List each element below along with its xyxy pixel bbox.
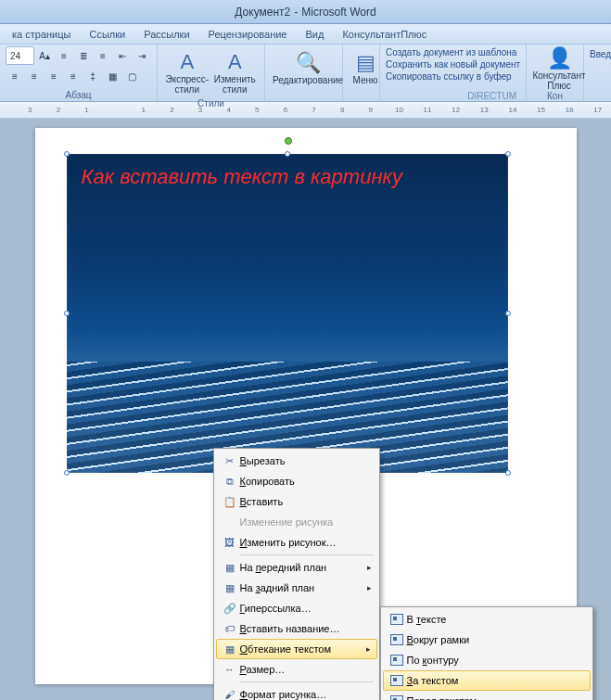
ruler-tick: 13 xyxy=(471,106,498,114)
menu-item: Изменение рисунка xyxy=(216,512,377,532)
tab-consultant[interactable]: КонсультантПлюс xyxy=(334,26,435,43)
edit-pic-icon: 🖼 xyxy=(220,535,240,550)
menu-item[interactable]: Перед текстом xyxy=(383,691,591,700)
wrap-option-icon xyxy=(387,612,407,627)
menu-icon: ▤ xyxy=(356,51,376,75)
justify-button[interactable]: ≡ xyxy=(64,67,83,85)
context-menu: ✂Вырезать⧉Копировать📋ВставитьИзменение р… xyxy=(213,448,380,700)
ruler-tick: 4 xyxy=(215,106,242,114)
grow-font-button[interactable]: A▴ xyxy=(35,46,54,65)
align-center-button[interactable]: ≡ xyxy=(25,67,44,85)
menu-item-label: Обтекание текстом xyxy=(240,643,332,655)
wrap-option-icon xyxy=(387,653,407,668)
menu-item[interactable]: ▦На передний план xyxy=(216,557,377,578)
copy-icon: ⧉ xyxy=(220,474,240,489)
ruler-tick: 17 xyxy=(585,106,612,114)
resize-handle-sw[interactable] xyxy=(64,470,70,476)
menu-item-label: За текстом xyxy=(407,675,459,686)
horizontal-ruler[interactable]: 3211234567891011121314151617 xyxy=(0,102,611,119)
document-area[interactable]: Как вставить текст в картинку ✂Вырезать⧉… xyxy=(0,119,611,700)
consultant-button[interactable]: 👤 Консультант Плюс xyxy=(532,46,586,91)
menu-item-label: Формат рисунка… xyxy=(240,689,327,700)
multilist-button[interactable]: ≡ xyxy=(94,46,112,65)
menu-button[interactable]: ▤ Меню xyxy=(349,46,382,90)
menu-item[interactable]: 🖼Изменить рисунок… xyxy=(216,532,377,553)
resize-handle-w[interactable] xyxy=(64,311,70,316)
link-save-new[interactable]: Сохранить как новый документ xyxy=(386,58,520,70)
align-left-button[interactable]: ≡ xyxy=(6,67,24,85)
menu-item-label: Размер… xyxy=(240,664,286,675)
menu-item[interactable]: 🔗Гиперссылка… xyxy=(216,598,377,618)
menu-item[interactable]: ✂Вырезать xyxy=(216,451,377,471)
resize-handle-se[interactable] xyxy=(505,470,511,476)
ruler-tick: 2 xyxy=(159,106,185,114)
group-consultant: Кон xyxy=(532,91,578,102)
resize-handle-n[interactable] xyxy=(285,151,290,157)
tab-mailings[interactable]: Рассылки xyxy=(135,26,197,43)
ruler-tick: 14 xyxy=(500,106,527,114)
caption-icon: 🏷 xyxy=(220,621,240,636)
wrap-option-icon xyxy=(387,632,407,647)
menu-item[interactable]: ↔Размер… xyxy=(216,659,377,680)
label-vvedit: Введит xyxy=(590,48,611,60)
link-icon: 🔗 xyxy=(220,601,240,616)
menu-item-label: Копировать xyxy=(240,476,295,487)
resize-handle-e[interactable] xyxy=(505,311,511,316)
page: Как вставить текст в картинку ✂Вырезать⧉… xyxy=(35,128,577,684)
menu-item-label: Вокруг рамки xyxy=(407,634,470,645)
tab-pagelayout[interactable]: ка страницы xyxy=(4,26,79,43)
menu-item-label: По контуру xyxy=(407,655,459,666)
menu-item[interactable]: В тексте xyxy=(383,609,591,630)
menu-item[interactable]: Вокруг рамки xyxy=(383,630,591,650)
ruler-tick: 7 xyxy=(300,106,327,114)
menu-item-label: Вставить xyxy=(240,496,284,507)
font-size-input[interactable]: 24 xyxy=(6,46,34,65)
group-paragraph: Абзац xyxy=(6,90,151,101)
rotate-handle[interactable] xyxy=(285,137,292,145)
ruler-tick: 15 xyxy=(528,106,554,114)
spacing-button[interactable]: ‡ xyxy=(83,67,102,85)
menu-item[interactable]: ⧉Копировать xyxy=(216,471,377,491)
tab-view[interactable]: Вид xyxy=(298,26,333,43)
link-create-template[interactable]: Создать документ из шаблона xyxy=(386,46,520,58)
editing-button[interactable]: 🔍 Редактирование xyxy=(271,46,345,90)
list-button[interactable]: ≡ xyxy=(55,46,73,65)
app-name: Microsoft Word xyxy=(301,6,376,19)
resize-handle-nw[interactable] xyxy=(64,151,70,157)
ruler-tick: 12 xyxy=(442,106,469,114)
ruler-tick: 10 xyxy=(386,106,413,114)
menu-item[interactable]: ▦Обтекание текстом xyxy=(216,639,377,659)
menu-item[interactable]: 🏷Вставить название… xyxy=(216,618,377,639)
tab-references[interactable]: Ссылки xyxy=(81,26,134,43)
borders-button[interactable]: ▢ xyxy=(122,67,141,85)
menu-item[interactable]: По контуру xyxy=(383,650,591,670)
link-copy-clipboard[interactable]: Скопировать ссылку в буфер xyxy=(386,70,520,83)
change-styles-button[interactable]: A Изменить стили xyxy=(211,46,260,98)
tab-review[interactable]: Рецензирование xyxy=(200,26,296,43)
ruler-tick: 3 xyxy=(17,106,44,114)
menu-item[interactable]: 🖌Формат рисунка… xyxy=(216,684,377,700)
ruler-tick: 5 xyxy=(244,106,271,114)
express-styles-button[interactable]: A Экспресс-стили xyxy=(163,46,211,98)
menu-item[interactable]: За текстом xyxy=(383,670,591,691)
indent-button[interactable]: ⇤ xyxy=(113,46,132,65)
title-bar: Документ2 - Microsoft Word xyxy=(0,0,611,24)
selection-box xyxy=(67,154,508,473)
doc-title: Документ2 xyxy=(235,6,290,19)
front-icon: ▦ xyxy=(220,560,240,575)
numlist-button[interactable]: ≣ xyxy=(74,46,93,65)
ruler-tick: 1 xyxy=(131,106,158,114)
resize-handle-ne[interactable] xyxy=(505,151,511,157)
menu-item[interactable]: 📋Вставить xyxy=(216,491,377,512)
menu-item-label: Изменение рисунка xyxy=(240,516,334,528)
outdent-button[interactable]: ⇥ xyxy=(133,46,151,65)
shading-button[interactable]: ▦ xyxy=(103,67,121,85)
menu-item[interactable]: ▦На задний план xyxy=(216,578,377,598)
align-right-button[interactable]: ≡ xyxy=(45,67,63,85)
wrap-option-icon xyxy=(387,694,407,700)
consultant-icon: 👤 xyxy=(547,46,572,70)
wrap-option-icon xyxy=(387,673,407,688)
ruler-tick: 11 xyxy=(414,106,441,114)
menu-item-label: В тексте xyxy=(407,614,447,625)
ruler-tick: 16 xyxy=(556,106,583,114)
